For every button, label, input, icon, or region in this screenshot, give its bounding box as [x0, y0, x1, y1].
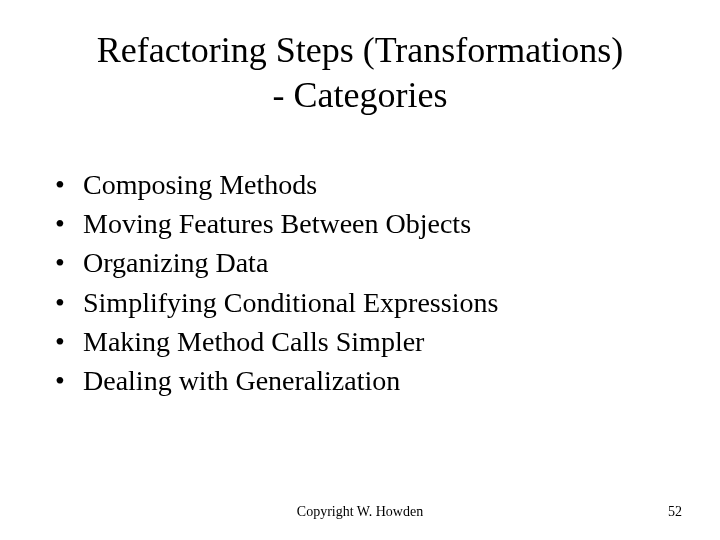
list-item: • Moving Features Between Objects: [55, 204, 680, 243]
bullet-text: Dealing with Generalization: [83, 361, 400, 400]
bullet-icon: •: [55, 322, 83, 361]
page-number: 52: [668, 504, 682, 520]
slide: Refactoring Steps (Transformations) - Ca…: [0, 0, 720, 540]
bullet-text: Composing Methods: [83, 165, 317, 204]
list-item: • Dealing with Generalization: [55, 361, 680, 400]
bullet-text: Moving Features Between Objects: [83, 204, 471, 243]
bullet-list: • Composing Methods • Moving Features Be…: [55, 165, 680, 400]
list-item: • Composing Methods: [55, 165, 680, 204]
slide-body: • Composing Methods • Moving Features Be…: [55, 165, 680, 400]
slide-title: Refactoring Steps (Transformations) - Ca…: [0, 28, 720, 118]
list-item: • Making Method Calls Simpler: [55, 322, 680, 361]
bullet-icon: •: [55, 283, 83, 322]
title-line-1: Refactoring Steps (Transformations): [97, 30, 624, 70]
bullet-text: Making Method Calls Simpler: [83, 322, 424, 361]
bullet-icon: •: [55, 361, 83, 400]
bullet-icon: •: [55, 243, 83, 282]
bullet-icon: •: [55, 165, 83, 204]
list-item: • Organizing Data: [55, 243, 680, 282]
bullet-icon: •: [55, 204, 83, 243]
bullet-text: Simplifying Conditional Expressions: [83, 283, 498, 322]
list-item: • Simplifying Conditional Expressions: [55, 283, 680, 322]
footer-copyright: Copyright W. Howden: [0, 504, 720, 520]
bullet-text: Organizing Data: [83, 243, 268, 282]
title-line-2: - Categories: [273, 75, 448, 115]
